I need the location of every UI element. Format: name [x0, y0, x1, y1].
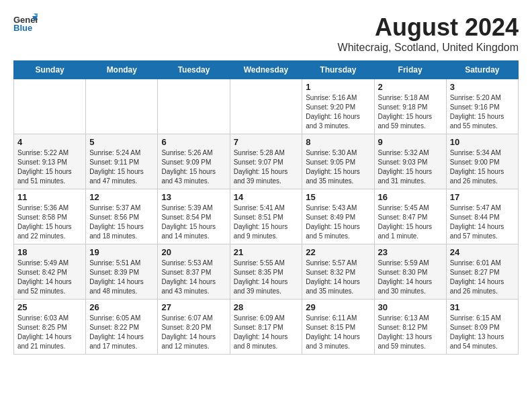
day-number: 14: [234, 192, 299, 202]
day-number: 11: [17, 192, 82, 202]
day-info: Sunrise: 6:05 AM Sunset: 8:22 PM Dayligh…: [89, 314, 154, 351]
day-number: 28: [234, 302, 299, 312]
day-number: 8: [306, 137, 370, 147]
calendar-day-21: 21Sunrise: 5:55 AM Sunset: 8:35 PM Dayli…: [230, 244, 302, 300]
day-number: 15: [306, 192, 370, 202]
day-number: 31: [450, 302, 515, 312]
calendar-day-30: 30Sunrise: 6:13 AM Sunset: 8:12 PM Dayli…: [374, 300, 446, 355]
calendar-header-row: SundayMondayTuesdayWednesdayThursdayFrid…: [14, 61, 519, 79]
calendar-day-27: 27Sunrise: 6:07 AM Sunset: 8:20 PM Dayli…: [158, 300, 230, 355]
day-info: Sunrise: 5:26 AM Sunset: 9:09 PM Dayligh…: [161, 148, 226, 186]
day-number: 7: [234, 137, 299, 147]
col-header-monday: Monday: [86, 61, 158, 79]
day-info: Sunrise: 6:11 AM Sunset: 8:15 PM Dayligh…: [306, 314, 370, 351]
calendar-day-6: 6Sunrise: 5:26 AM Sunset: 9:09 PM Daylig…: [158, 134, 230, 189]
calendar-week-4: 18Sunrise: 5:49 AM Sunset: 8:42 PM Dayli…: [14, 244, 519, 300]
calendar-day-3: 3Sunrise: 5:20 AM Sunset: 9:16 PM Daylig…: [446, 79, 518, 134]
calendar-day-8: 8Sunrise: 5:30 AM Sunset: 9:05 PM Daylig…: [302, 134, 374, 189]
calendar-day-2: 2Sunrise: 5:18 AM Sunset: 9:18 PM Daylig…: [374, 79, 446, 134]
calendar-week-1: 1Sunrise: 5:16 AM Sunset: 9:20 PM Daylig…: [14, 79, 519, 134]
calendar-day-1: 1Sunrise: 5:16 AM Sunset: 9:20 PM Daylig…: [302, 79, 374, 134]
calendar-day-7: 7Sunrise: 5:28 AM Sunset: 9:07 PM Daylig…: [230, 134, 302, 189]
calendar-day-5: 5Sunrise: 5:24 AM Sunset: 9:11 PM Daylig…: [86, 134, 158, 189]
empty-cell: [230, 79, 302, 134]
calendar-day-28: 28Sunrise: 6:09 AM Sunset: 8:17 PM Dayli…: [230, 300, 302, 355]
day-number: 2: [378, 82, 443, 92]
day-info: Sunrise: 6:03 AM Sunset: 8:25 PM Dayligh…: [17, 314, 82, 351]
day-info: Sunrise: 5:28 AM Sunset: 9:07 PM Dayligh…: [234, 148, 299, 186]
day-info: Sunrise: 5:41 AM Sunset: 8:51 PM Dayligh…: [234, 203, 299, 241]
day-info: Sunrise: 5:34 AM Sunset: 9:00 PM Dayligh…: [450, 148, 515, 186]
day-number: 17: [450, 192, 515, 202]
day-info: Sunrise: 5:49 AM Sunset: 8:42 PM Dayligh…: [17, 259, 82, 296]
day-info: Sunrise: 6:09 AM Sunset: 8:17 PM Dayligh…: [234, 314, 299, 351]
calendar-day-17: 17Sunrise: 5:47 AM Sunset: 8:44 PM Dayli…: [446, 189, 518, 244]
day-number: 4: [17, 137, 82, 147]
day-info: Sunrise: 5:43 AM Sunset: 8:49 PM Dayligh…: [306, 203, 370, 241]
svg-text:Blue: Blue: [13, 23, 32, 32]
day-info: Sunrise: 5:59 AM Sunset: 8:30 PM Dayligh…: [378, 259, 443, 296]
calendar-week-2: 4Sunrise: 5:22 AM Sunset: 9:13 PM Daylig…: [14, 134, 519, 189]
page-header: General Blue August 2024 Whitecraig, Sco…: [13, 13, 519, 54]
col-header-tuesday: Tuesday: [158, 61, 230, 79]
calendar-day-24: 24Sunrise: 6:01 AM Sunset: 8:27 PM Dayli…: [446, 244, 518, 300]
main-title: August 2024: [338, 13, 519, 42]
day-number: 19: [89, 247, 154, 257]
title-area: August 2024 Whitecraig, Scotland, United…: [338, 13, 519, 54]
calendar-day-26: 26Sunrise: 6:05 AM Sunset: 8:22 PM Dayli…: [86, 300, 158, 355]
day-info: Sunrise: 5:37 AM Sunset: 8:56 PM Dayligh…: [89, 203, 154, 241]
calendar-day-18: 18Sunrise: 5:49 AM Sunset: 8:42 PM Dayli…: [14, 244, 86, 300]
day-number: 3: [450, 82, 515, 92]
col-header-friday: Friday: [374, 61, 446, 79]
day-info: Sunrise: 6:13 AM Sunset: 8:12 PM Dayligh…: [378, 314, 443, 351]
calendar-week-5: 25Sunrise: 6:03 AM Sunset: 8:25 PM Dayli…: [14, 300, 519, 355]
day-info: Sunrise: 5:30 AM Sunset: 9:05 PM Dayligh…: [306, 148, 370, 186]
day-number: 13: [161, 192, 226, 202]
calendar-day-14: 14Sunrise: 5:41 AM Sunset: 8:51 PM Dayli…: [230, 189, 302, 244]
empty-cell: [14, 79, 86, 134]
day-info: Sunrise: 5:20 AM Sunset: 9:16 PM Dayligh…: [450, 93, 515, 131]
empty-cell: [86, 79, 158, 134]
day-info: Sunrise: 5:45 AM Sunset: 8:47 PM Dayligh…: [378, 203, 443, 241]
day-info: Sunrise: 5:18 AM Sunset: 9:18 PM Dayligh…: [378, 93, 443, 131]
calendar-day-16: 16Sunrise: 5:45 AM Sunset: 8:47 PM Dayli…: [374, 189, 446, 244]
calendar-day-23: 23Sunrise: 5:59 AM Sunset: 8:30 PM Dayli…: [374, 244, 446, 300]
day-number: 27: [161, 302, 226, 312]
day-number: 1: [306, 82, 370, 92]
calendar-day-12: 12Sunrise: 5:37 AM Sunset: 8:56 PM Dayli…: [86, 189, 158, 244]
day-info: Sunrise: 5:39 AM Sunset: 8:54 PM Dayligh…: [161, 203, 226, 241]
day-number: 21: [234, 247, 299, 257]
day-number: 16: [378, 192, 443, 202]
day-info: Sunrise: 5:24 AM Sunset: 9:11 PM Dayligh…: [89, 148, 154, 186]
calendar-day-9: 9Sunrise: 5:32 AM Sunset: 9:03 PM Daylig…: [374, 134, 446, 189]
day-info: Sunrise: 5:53 AM Sunset: 8:37 PM Dayligh…: [161, 259, 226, 296]
calendar-day-19: 19Sunrise: 5:51 AM Sunset: 8:39 PM Dayli…: [86, 244, 158, 300]
calendar-day-11: 11Sunrise: 5:36 AM Sunset: 8:58 PM Dayli…: [14, 189, 86, 244]
day-number: 24: [450, 247, 515, 257]
day-info: Sunrise: 5:57 AM Sunset: 8:32 PM Dayligh…: [306, 259, 370, 296]
day-number: 20: [161, 247, 226, 257]
calendar-day-29: 29Sunrise: 6:11 AM Sunset: 8:15 PM Dayli…: [302, 300, 374, 355]
day-info: Sunrise: 5:55 AM Sunset: 8:35 PM Dayligh…: [234, 259, 299, 296]
day-number: 29: [306, 302, 370, 312]
day-info: Sunrise: 5:16 AM Sunset: 9:20 PM Dayligh…: [306, 93, 370, 131]
calendar-day-10: 10Sunrise: 5:34 AM Sunset: 9:00 PM Dayli…: [446, 134, 518, 189]
day-number: 9: [378, 137, 443, 147]
subtitle: Whitecraig, Scotland, United Kingdom: [338, 42, 519, 54]
calendar-day-20: 20Sunrise: 5:53 AM Sunset: 8:37 PM Dayli…: [158, 244, 230, 300]
day-info: Sunrise: 5:36 AM Sunset: 8:58 PM Dayligh…: [17, 203, 82, 241]
day-number: 25: [17, 302, 82, 312]
col-header-sunday: Sunday: [14, 61, 86, 79]
calendar-day-22: 22Sunrise: 5:57 AM Sunset: 8:32 PM Dayli…: [302, 244, 374, 300]
empty-cell: [158, 79, 230, 134]
day-info: Sunrise: 5:47 AM Sunset: 8:44 PM Dayligh…: [450, 203, 515, 241]
logo-icon: General Blue: [13, 13, 38, 32]
day-number: 23: [378, 247, 443, 257]
day-info: Sunrise: 6:15 AM Sunset: 8:09 PM Dayligh…: [450, 314, 515, 351]
calendar-day-15: 15Sunrise: 5:43 AM Sunset: 8:49 PM Dayli…: [302, 189, 374, 244]
day-number: 18: [17, 247, 82, 257]
day-number: 6: [161, 137, 226, 147]
calendar-day-25: 25Sunrise: 6:03 AM Sunset: 8:25 PM Dayli…: [14, 300, 86, 355]
col-header-saturday: Saturday: [446, 61, 518, 79]
col-header-wednesday: Wednesday: [230, 61, 302, 79]
